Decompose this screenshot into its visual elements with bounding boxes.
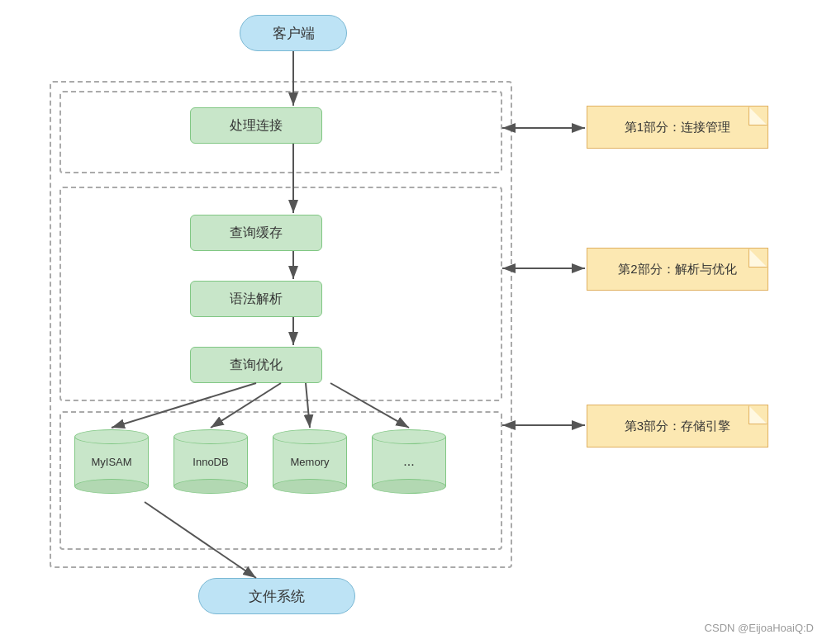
handle-conn-label: 处理连接	[230, 117, 283, 135]
note1-box: 第1部分：连接管理	[587, 106, 768, 149]
engine-myisam-label: MyISAM	[91, 456, 131, 468]
syntax-parse-box: 语法解析	[190, 281, 322, 317]
note3-box: 第3部分：存储引擎	[587, 405, 768, 447]
filesystem-node: 文件系统	[198, 578, 355, 614]
note2-label: 第2部分：解析与优化	[618, 262, 736, 277]
engine-innodb: InnoDB	[173, 429, 248, 494]
query-cache-box: 查询缓存	[190, 215, 322, 251]
note1-label: 第1部分：连接管理	[625, 120, 730, 135]
note2-box: 第2部分：解析与优化	[587, 248, 768, 291]
filesystem-label: 文件系统	[249, 587, 305, 606]
engine-myisam: MyISAM	[74, 429, 149, 494]
diagram-container: 客户端 处理连接 查询缓存 语法解析 查询优化 MyISAM InnoDB Me…	[0, 0, 827, 644]
watermark-text: CSDN @EijoaHoaiQ:D	[705, 622, 814, 634]
engine-other: ...	[372, 429, 446, 494]
watermark: CSDN @EijoaHoaiQ:D	[705, 622, 814, 634]
engine-innodb-label: InnoDB	[192, 456, 228, 468]
client-label: 客户端	[273, 24, 315, 43]
query-cache-label: 查询缓存	[230, 225, 283, 242]
handle-conn-box: 处理连接	[190, 107, 322, 144]
engine-memory: Memory	[273, 429, 347, 494]
query-opt-label: 查询优化	[230, 357, 283, 374]
engine-other-label: ...	[403, 454, 414, 469]
query-opt-box: 查询优化	[190, 347, 322, 383]
syntax-parse-label: 语法解析	[230, 291, 283, 308]
client-node: 客户端	[240, 15, 347, 51]
note3-label: 第3部分：存储引擎	[625, 419, 730, 434]
engine-memory-label: Memory	[291, 456, 330, 468]
